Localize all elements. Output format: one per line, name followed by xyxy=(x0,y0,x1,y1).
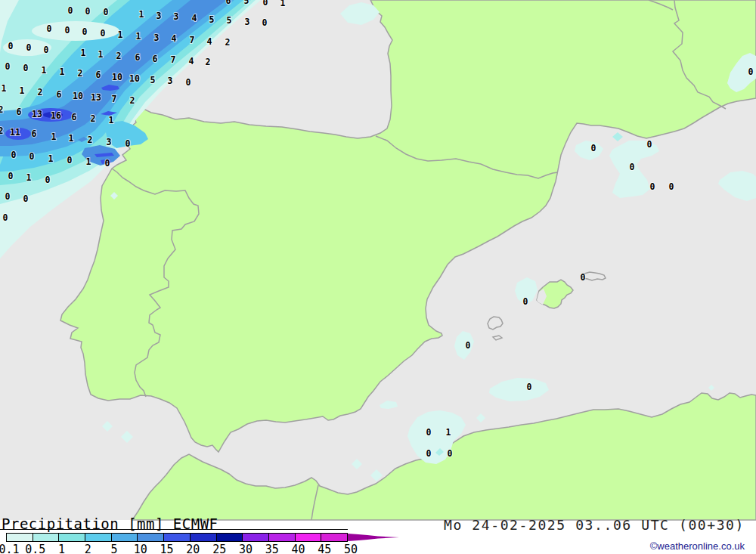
precip-value-label: 3 xyxy=(174,11,179,22)
precip-value-label: 2 xyxy=(88,135,93,145)
precip-value-label: 2 xyxy=(78,68,83,79)
precip-value-label: 13 xyxy=(91,92,101,103)
copyright-label: ©weatheronline.co.uk xyxy=(650,540,745,552)
precip-value-label: 0 xyxy=(45,175,51,185)
precip-value-label: 4 xyxy=(189,56,194,67)
precip-value-label: 2 xyxy=(91,113,96,124)
precip-value-label: 2 xyxy=(130,95,135,106)
map-canvas: 6501000133455300000113474200011266742001… xyxy=(0,0,756,554)
precip-value-label: 3 xyxy=(168,76,173,86)
precip-value-label: 0 xyxy=(8,41,14,51)
precip-value-label: 0 xyxy=(104,7,109,17)
precip-value-label: 0 xyxy=(23,63,29,73)
precip-value-label: 3 xyxy=(154,32,160,43)
precip-value-label: 0 xyxy=(650,181,655,192)
precip-value-label: 0 xyxy=(527,382,532,392)
precip-value-label: 0 xyxy=(65,25,70,36)
precip-value-label: 5 xyxy=(150,75,156,85)
precip-value-label: 2 xyxy=(0,125,3,136)
scale-cell-35 xyxy=(269,534,296,541)
precip-value-label: 0 xyxy=(29,151,35,162)
scale-tick: 35 xyxy=(265,543,279,554)
precip-value-label: 0 xyxy=(67,155,73,166)
precip-value-label: 0 xyxy=(448,448,453,459)
scale-tick: 20 xyxy=(186,543,200,554)
precip-value-label: 0 xyxy=(748,67,754,77)
scale-cell-0.1 xyxy=(7,534,33,541)
precip-value-label: 0 xyxy=(5,61,11,72)
precip-value-label: 0 xyxy=(8,171,14,181)
scale-tick: 50 xyxy=(344,543,358,554)
precip-value-label: 6 xyxy=(17,107,22,117)
precip-value-label: 6 xyxy=(32,128,37,139)
precip-value-label: 0 xyxy=(101,28,106,39)
scale-tick: 0.1 xyxy=(0,543,20,554)
precip-value-label: 0 xyxy=(581,272,586,283)
scale-cell-5 xyxy=(112,534,138,541)
precip-value-label: 1 xyxy=(139,9,144,20)
scale-tick: 15 xyxy=(160,543,174,554)
precip-value-label: 2 xyxy=(38,87,43,97)
precip-value-label: 1 xyxy=(42,65,47,76)
scale-tick: 25 xyxy=(212,543,226,554)
precip-value-label: 0 xyxy=(11,150,17,160)
scale-cell-1 xyxy=(59,534,85,541)
legend-underline xyxy=(0,529,348,530)
precip-value-label: 5 xyxy=(227,15,232,26)
precip-value-label: 1 xyxy=(98,49,104,60)
precip-value-label: 13 xyxy=(32,109,42,119)
precip-value-label: 1 xyxy=(86,156,91,167)
precip-value-label: 3 xyxy=(156,11,162,21)
scale-tick: 1 xyxy=(58,543,65,554)
precip-value-label: 2 xyxy=(116,51,122,61)
precip-value-label: 7 xyxy=(171,54,176,65)
scale-tick: 0.5 xyxy=(25,543,45,554)
precip-value-label: 0 xyxy=(26,42,32,53)
scale-cell-40 xyxy=(296,534,322,541)
scale-tick: 30 xyxy=(239,543,253,554)
precip-value-label: 1 xyxy=(51,132,57,142)
scale-cell-0.5 xyxy=(33,534,60,541)
precip-value-label: 0 xyxy=(105,158,110,169)
precip-value-label: 1 xyxy=(136,31,141,42)
precip-value-label: 6 xyxy=(57,89,62,100)
precip-color-scale xyxy=(6,533,348,542)
scale-cell-10 xyxy=(138,534,164,541)
precip-value-label: 6 xyxy=(226,0,231,6)
precip-value-label: 3 xyxy=(245,17,250,27)
scale-cell-20 xyxy=(191,534,217,541)
precip-value-label: 11 xyxy=(10,127,20,138)
precip-value-label: 1 xyxy=(2,83,7,94)
precip-value-label: 0 xyxy=(68,5,73,16)
scale-tick: 5 xyxy=(111,543,118,554)
precip-value-label: 1 xyxy=(26,172,32,183)
precip-value-label: 5 xyxy=(244,0,249,6)
precip-value-label: 5 xyxy=(209,14,215,25)
scale-overflow-arrow-icon xyxy=(348,532,408,543)
precip-value-label: 0 xyxy=(591,143,596,153)
precip-value-label: 1 xyxy=(60,67,65,77)
precip-value-label: 1 xyxy=(69,133,74,144)
scale-tick: 40 xyxy=(291,543,305,554)
precip-value-label: 0 xyxy=(85,6,91,17)
precip-value-label: 1 xyxy=(48,153,54,164)
precip-value-label: 0 xyxy=(3,212,8,223)
precip-value-label: 4 xyxy=(192,13,197,23)
precip-value-label: 3 xyxy=(107,137,112,147)
precip-value-label: 0 xyxy=(47,23,52,34)
precip-value-label: 0 xyxy=(44,45,49,55)
precip-value-label: 2 xyxy=(225,37,231,48)
precip-value-label: 0 xyxy=(125,138,131,149)
precip-value-label: 1 xyxy=(81,48,86,58)
precip-value-label: 10 xyxy=(112,72,122,82)
precip-value-label: 10 xyxy=(129,73,140,84)
precip-value-label: 7 xyxy=(190,35,195,45)
precip-value-label: 0 xyxy=(263,0,268,8)
precip-value-label: 1 xyxy=(118,29,123,40)
scale-cell-2 xyxy=(85,534,112,541)
scale-tick: 45 xyxy=(318,543,331,554)
scale-tick: 10 xyxy=(134,543,147,554)
scale-tick-labels: 0.10.5125101520253035404550 xyxy=(0,543,423,554)
precip-value-label: 0 xyxy=(82,26,88,37)
precip-value-label: 6 xyxy=(96,70,101,80)
